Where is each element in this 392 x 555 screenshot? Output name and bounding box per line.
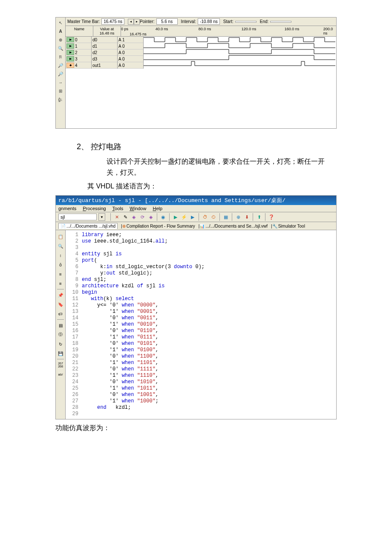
- signal-rows: ▶0 ▶1 ▶2 ▶3 ◆4 d0 d1 d2 d3 out1 A 1 A 0 …: [66, 37, 336, 69]
- master-time-label: Master Time Bar:: [67, 19, 100, 24]
- outdent-icon[interactable]: ≡: [57, 280, 64, 287]
- tab-vhd[interactable]: 📄.../.../Documents .../sjl.vhd: [58, 223, 118, 229]
- stop-icon[interactable]: ◉: [159, 213, 167, 221]
- grid-icon[interactable]: ⊞: [57, 87, 64, 95]
- tick-0: 0 ps: [121, 27, 128, 31]
- signal-name: d0: [92, 37, 117, 43]
- dropdown-button[interactable]: ▼: [98, 213, 105, 221]
- chip-icon[interactable]: ▦: [222, 213, 230, 221]
- tab-vwf[interactable]: 📊.../.../Documents and Se.../sjl.vwf: [199, 224, 268, 228]
- pin-icon[interactable]: ⊕: [234, 213, 242, 221]
- wave-canvas[interactable]: [144, 37, 336, 66]
- sort-icon[interactable]: ĝ↓: [57, 95, 64, 103]
- signal-name: d3: [92, 56, 117, 62]
- save-icon[interactable]: 💾: [57, 350, 64, 357]
- settings-icon[interactable]: ✕: [113, 213, 121, 221]
- menu-assignments[interactable]: gnments: [58, 206, 76, 211]
- signal-values-col: A 1 A 0 A 0 A 0 A 0: [118, 37, 144, 69]
- prev-button[interactable]: ◂: [128, 19, 134, 25]
- signal-value: A 0: [118, 43, 143, 49]
- interval-label: Interval:: [181, 19, 196, 24]
- menu-help[interactable]: Help: [153, 206, 163, 211]
- play-icon[interactable]: ▶: [172, 213, 179, 221]
- tick-160: 160.0 ns: [285, 27, 300, 31]
- signal-name: out1: [92, 62, 117, 69]
- value-header: Value at16.48 ns: [93, 26, 121, 36]
- line-icon[interactable]: 267268: [57, 361, 64, 369]
- signal-d2[interactable]: ▶2: [66, 49, 91, 56]
- timing-icon[interactable]: ⏱: [201, 213, 209, 221]
- program-icon[interactable]: ⬆: [255, 213, 263, 221]
- find-icon[interactable]: 🔍: [57, 242, 64, 250]
- sim2-icon[interactable]: ▶: [189, 213, 196, 221]
- quartus-window: ra/b1/quartus/sjl - sjl - [../../../Docu…: [55, 195, 337, 419]
- code-editor[interactable]: 1library ieee;2use ieee.std_logic_1164.a…: [66, 230, 336, 419]
- find-next-icon[interactable]: 🔎: [57, 70, 64, 78]
- updown-icon[interactable]: ↕: [57, 251, 64, 259]
- signal-value: A 0: [118, 49, 143, 56]
- sim-icon[interactable]: ⚡: [180, 213, 188, 221]
- start-label: Start:: [223, 19, 233, 24]
- overline-icon[interactable]: ō: [57, 261, 64, 269]
- end-label: End:: [260, 19, 269, 24]
- download-icon[interactable]: ⬇: [243, 213, 251, 221]
- wand-icon[interactable]: ✎: [121, 213, 129, 221]
- recompile-icon[interactable]: ⟳: [138, 213, 146, 221]
- editor-left-toolbar: 📋 🔍 ↕ ō ≡ ≡ 📌 🔖 🏷 ▤ ⓪ ↻ 💾 267268 ab/: [56, 230, 66, 419]
- menu-tools[interactable]: Tools: [112, 206, 124, 211]
- ab-icon[interactable]: ab/: [57, 370, 64, 378]
- signal-d0[interactable]: ▶0: [66, 37, 91, 43]
- end-value: [270, 21, 291, 23]
- tick-120: 120.0 ns: [242, 27, 257, 31]
- ruler-area[interactable]: 0 ps 40.0 ns 80.0 ns 120.0 ns 160.0 ns 2…: [121, 26, 336, 36]
- pointer-icon[interactable]: ↖: [57, 19, 64, 26]
- insert-icon[interactable]: 📋: [57, 233, 64, 240]
- check-icon[interactable]: ◈: [147, 213, 155, 221]
- signal-out1[interactable]: ◆4: [66, 62, 91, 69]
- menu-window[interactable]: Window: [130, 206, 146, 211]
- arrow-icon[interactable]: ↻: [57, 340, 64, 348]
- next-button[interactable]: ▸: [134, 19, 140, 25]
- menu-bar: gnments Processing Tools Window Help: [56, 205, 336, 212]
- text-icon[interactable]: A: [57, 27, 64, 35]
- tab-report[interactable]: ⊕Compilation Report - Flow Summary: [122, 224, 195, 228]
- interval-value: -10.88 ns: [198, 18, 220, 25]
- pin-icon: ▶: [66, 43, 74, 49]
- xor-icon[interactable]: ⊕: [57, 36, 64, 43]
- bookmark-icon[interactable]: 📌: [57, 291, 64, 299]
- pointer-label: Pointer:: [140, 19, 154, 24]
- help-icon[interactable]: ❓: [268, 213, 275, 221]
- project-dropdown[interactable]: sjl: [58, 214, 97, 220]
- signal-name: d1: [92, 43, 117, 49]
- pin-icon: ▶: [66, 37, 74, 42]
- menu-processing[interactable]: Processing: [83, 206, 106, 211]
- signal-d3[interactable]: ▶3: [66, 56, 91, 62]
- editor-body: 📋 🔍 ↕ ō ≡ ≡ 📌 🔖 🏷 ▤ ⓪ ↻ 💾 267268 ab/ 1li…: [56, 230, 336, 419]
- timing2-icon[interactable]: ⏲: [210, 213, 217, 221]
- signal-value: A 1: [118, 37, 143, 43]
- signal-d1[interactable]: ▶1: [66, 43, 91, 49]
- window-title: ra/b1/quartus/sjl - sjl - [../../../Docu…: [56, 196, 336, 205]
- master-time-value: 16.475 ns: [101, 18, 124, 25]
- zoom-icon[interactable]: 🔍: [57, 44, 64, 52]
- indent-icon[interactable]: ≡: [57, 270, 64, 278]
- bookmark2-icon[interactable]: 🔖: [57, 301, 64, 308]
- find-icon[interactable]: 🔎: [57, 61, 64, 69]
- signal-value: A 0: [118, 62, 143, 69]
- wave-left-toolbar: ↖ A ⊕ 🔍 ⎘ 🔎 🔎 → ⊞ ĝ↓: [56, 17, 66, 128]
- pin-icon: ▶: [66, 56, 74, 61]
- section-title: 2、 控灯电路: [77, 142, 337, 152]
- uncomment-icon[interactable]: ⓪: [57, 331, 64, 338]
- tick-40: 40.0 ns: [156, 27, 168, 31]
- signal-value: A 0: [118, 56, 143, 62]
- tab-sim[interactable]: 🔧Simulator Tool: [272, 224, 305, 228]
- arrow-icon[interactable]: →: [57, 78, 64, 86]
- bookmark3-icon[interactable]: 🏷: [57, 310, 64, 318]
- report-icon: ⊕: [122, 224, 126, 228]
- comment-icon[interactable]: ▤: [57, 321, 64, 329]
- section-description: 设计四个开关控制一盏灯的逻辑电路，要求合任一开关，灯亮；断任一开关，灯灭。: [107, 156, 337, 178]
- pin-icon: ▶: [66, 50, 74, 55]
- editor-tabs: 📄.../.../Documents .../sjl.vhd | ⊕Compil…: [56, 222, 336, 230]
- copy-icon[interactable]: ⎘: [57, 53, 64, 61]
- compile-icon[interactable]: ◈: [130, 213, 138, 221]
